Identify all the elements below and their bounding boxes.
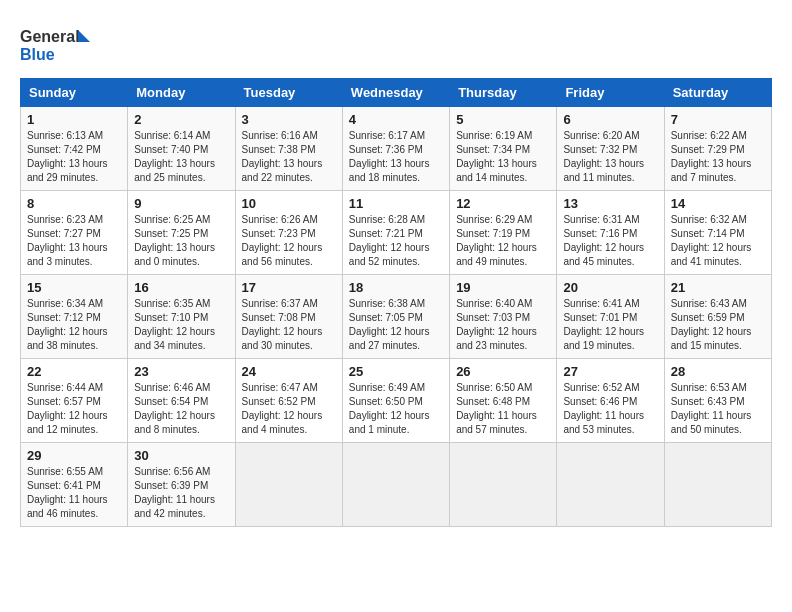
- calendar-day-cell: 17Sunrise: 6:37 AMSunset: 7:08 PMDayligh…: [235, 275, 342, 359]
- day-number: 18: [349, 280, 443, 295]
- day-info: Sunrise: 6:52 AMSunset: 6:46 PMDaylight:…: [563, 382, 644, 435]
- day-number: 26: [456, 364, 550, 379]
- day-number: 23: [134, 364, 228, 379]
- day-info: Sunrise: 6:34 AMSunset: 7:12 PMDaylight:…: [27, 298, 108, 351]
- day-number: 21: [671, 280, 765, 295]
- calendar-day-cell: 30Sunrise: 6:56 AMSunset: 6:39 PMDayligh…: [128, 443, 235, 527]
- day-info: Sunrise: 6:55 AMSunset: 6:41 PMDaylight:…: [27, 466, 108, 519]
- calendar-day-cell: 23Sunrise: 6:46 AMSunset: 6:54 PMDayligh…: [128, 359, 235, 443]
- calendar-day-cell: 9Sunrise: 6:25 AMSunset: 7:25 PMDaylight…: [128, 191, 235, 275]
- day-info: Sunrise: 6:53 AMSunset: 6:43 PMDaylight:…: [671, 382, 752, 435]
- calendar-day-cell: 2Sunrise: 6:14 AMSunset: 7:40 PMDaylight…: [128, 107, 235, 191]
- day-info: Sunrise: 6:19 AMSunset: 7:34 PMDaylight:…: [456, 130, 537, 183]
- day-info: Sunrise: 6:47 AMSunset: 6:52 PMDaylight:…: [242, 382, 323, 435]
- weekday-header-monday: Monday: [128, 79, 235, 107]
- calendar-day-cell: 22Sunrise: 6:44 AMSunset: 6:57 PMDayligh…: [21, 359, 128, 443]
- day-info: Sunrise: 6:37 AMSunset: 7:08 PMDaylight:…: [242, 298, 323, 351]
- day-number: 4: [349, 112, 443, 127]
- calendar-day-cell: 29Sunrise: 6:55 AMSunset: 6:41 PMDayligh…: [21, 443, 128, 527]
- calendar-week-row: 22Sunrise: 6:44 AMSunset: 6:57 PMDayligh…: [21, 359, 772, 443]
- calendar-day-cell: 14Sunrise: 6:32 AMSunset: 7:14 PMDayligh…: [664, 191, 771, 275]
- weekday-header-thursday: Thursday: [450, 79, 557, 107]
- weekday-header-saturday: Saturday: [664, 79, 771, 107]
- day-info: Sunrise: 6:40 AMSunset: 7:03 PMDaylight:…: [456, 298, 537, 351]
- calendar-day-cell: 8Sunrise: 6:23 AMSunset: 7:27 PMDaylight…: [21, 191, 128, 275]
- day-info: Sunrise: 6:23 AMSunset: 7:27 PMDaylight:…: [27, 214, 108, 267]
- calendar-day-cell: 25Sunrise: 6:49 AMSunset: 6:50 PMDayligh…: [342, 359, 449, 443]
- svg-text:Blue: Blue: [20, 46, 55, 63]
- day-number: 19: [456, 280, 550, 295]
- svg-text:General: General: [20, 28, 80, 45]
- calendar-day-cell: 27Sunrise: 6:52 AMSunset: 6:46 PMDayligh…: [557, 359, 664, 443]
- day-number: 12: [456, 196, 550, 211]
- calendar-week-row: 15Sunrise: 6:34 AMSunset: 7:12 PMDayligh…: [21, 275, 772, 359]
- day-number: 22: [27, 364, 121, 379]
- day-number: 2: [134, 112, 228, 127]
- day-info: Sunrise: 6:44 AMSunset: 6:57 PMDaylight:…: [27, 382, 108, 435]
- day-info: Sunrise: 6:16 AMSunset: 7:38 PMDaylight:…: [242, 130, 323, 183]
- day-number: 11: [349, 196, 443, 211]
- day-info: Sunrise: 6:49 AMSunset: 6:50 PMDaylight:…: [349, 382, 430, 435]
- day-number: 28: [671, 364, 765, 379]
- calendar-week-row: 8Sunrise: 6:23 AMSunset: 7:27 PMDaylight…: [21, 191, 772, 275]
- day-number: 17: [242, 280, 336, 295]
- calendar-day-cell: 13Sunrise: 6:31 AMSunset: 7:16 PMDayligh…: [557, 191, 664, 275]
- calendar-day-cell: [235, 443, 342, 527]
- calendar-week-row: 29Sunrise: 6:55 AMSunset: 6:41 PMDayligh…: [21, 443, 772, 527]
- day-number: 27: [563, 364, 657, 379]
- day-info: Sunrise: 6:20 AMSunset: 7:32 PMDaylight:…: [563, 130, 644, 183]
- day-number: 10: [242, 196, 336, 211]
- calendar-day-cell: 15Sunrise: 6:34 AMSunset: 7:12 PMDayligh…: [21, 275, 128, 359]
- calendar-day-cell: 18Sunrise: 6:38 AMSunset: 7:05 PMDayligh…: [342, 275, 449, 359]
- calendar-header-row: SundayMondayTuesdayWednesdayThursdayFrid…: [21, 79, 772, 107]
- calendar-day-cell: 24Sunrise: 6:47 AMSunset: 6:52 PMDayligh…: [235, 359, 342, 443]
- day-info: Sunrise: 6:31 AMSunset: 7:16 PMDaylight:…: [563, 214, 644, 267]
- day-number: 5: [456, 112, 550, 127]
- day-number: 25: [349, 364, 443, 379]
- calendar-day-cell: 26Sunrise: 6:50 AMSunset: 6:48 PMDayligh…: [450, 359, 557, 443]
- day-number: 29: [27, 448, 121, 463]
- calendar-day-cell: 3Sunrise: 6:16 AMSunset: 7:38 PMDaylight…: [235, 107, 342, 191]
- calendar-day-cell: 28Sunrise: 6:53 AMSunset: 6:43 PMDayligh…: [664, 359, 771, 443]
- calendar-day-cell: 4Sunrise: 6:17 AMSunset: 7:36 PMDaylight…: [342, 107, 449, 191]
- day-info: Sunrise: 6:32 AMSunset: 7:14 PMDaylight:…: [671, 214, 752, 267]
- calendar-week-row: 1Sunrise: 6:13 AMSunset: 7:42 PMDaylight…: [21, 107, 772, 191]
- calendar-day-cell: 21Sunrise: 6:43 AMSunset: 6:59 PMDayligh…: [664, 275, 771, 359]
- day-info: Sunrise: 6:17 AMSunset: 7:36 PMDaylight:…: [349, 130, 430, 183]
- day-number: 6: [563, 112, 657, 127]
- day-number: 7: [671, 112, 765, 127]
- day-info: Sunrise: 6:13 AMSunset: 7:42 PMDaylight:…: [27, 130, 108, 183]
- weekday-header-friday: Friday: [557, 79, 664, 107]
- calendar-day-cell: [342, 443, 449, 527]
- logo: GeneralBlue: [20, 20, 90, 70]
- day-info: Sunrise: 6:50 AMSunset: 6:48 PMDaylight:…: [456, 382, 537, 435]
- day-number: 9: [134, 196, 228, 211]
- calendar-day-cell: 11Sunrise: 6:28 AMSunset: 7:21 PMDayligh…: [342, 191, 449, 275]
- day-info: Sunrise: 6:41 AMSunset: 7:01 PMDaylight:…: [563, 298, 644, 351]
- day-info: Sunrise: 6:35 AMSunset: 7:10 PMDaylight:…: [134, 298, 215, 351]
- page-header: GeneralBlue: [20, 20, 772, 70]
- day-info: Sunrise: 6:25 AMSunset: 7:25 PMDaylight:…: [134, 214, 215, 267]
- day-number: 1: [27, 112, 121, 127]
- weekday-header-tuesday: Tuesday: [235, 79, 342, 107]
- calendar-day-cell: 20Sunrise: 6:41 AMSunset: 7:01 PMDayligh…: [557, 275, 664, 359]
- calendar-day-cell: 12Sunrise: 6:29 AMSunset: 7:19 PMDayligh…: [450, 191, 557, 275]
- calendar-day-cell: [664, 443, 771, 527]
- calendar-day-cell: [450, 443, 557, 527]
- calendar-day-cell: [557, 443, 664, 527]
- calendar-table: SundayMondayTuesdayWednesdayThursdayFrid…: [20, 78, 772, 527]
- day-info: Sunrise: 6:14 AMSunset: 7:40 PMDaylight:…: [134, 130, 215, 183]
- day-info: Sunrise: 6:22 AMSunset: 7:29 PMDaylight:…: [671, 130, 752, 183]
- calendar-day-cell: 7Sunrise: 6:22 AMSunset: 7:29 PMDaylight…: [664, 107, 771, 191]
- day-number: 3: [242, 112, 336, 127]
- day-info: Sunrise: 6:46 AMSunset: 6:54 PMDaylight:…: [134, 382, 215, 435]
- svg-marker-2: [78, 30, 90, 42]
- calendar-day-cell: 16Sunrise: 6:35 AMSunset: 7:10 PMDayligh…: [128, 275, 235, 359]
- day-number: 16: [134, 280, 228, 295]
- day-number: 15: [27, 280, 121, 295]
- day-info: Sunrise: 6:28 AMSunset: 7:21 PMDaylight:…: [349, 214, 430, 267]
- day-info: Sunrise: 6:38 AMSunset: 7:05 PMDaylight:…: [349, 298, 430, 351]
- day-info: Sunrise: 6:26 AMSunset: 7:23 PMDaylight:…: [242, 214, 323, 267]
- calendar-day-cell: 5Sunrise: 6:19 AMSunset: 7:34 PMDaylight…: [450, 107, 557, 191]
- calendar-day-cell: 10Sunrise: 6:26 AMSunset: 7:23 PMDayligh…: [235, 191, 342, 275]
